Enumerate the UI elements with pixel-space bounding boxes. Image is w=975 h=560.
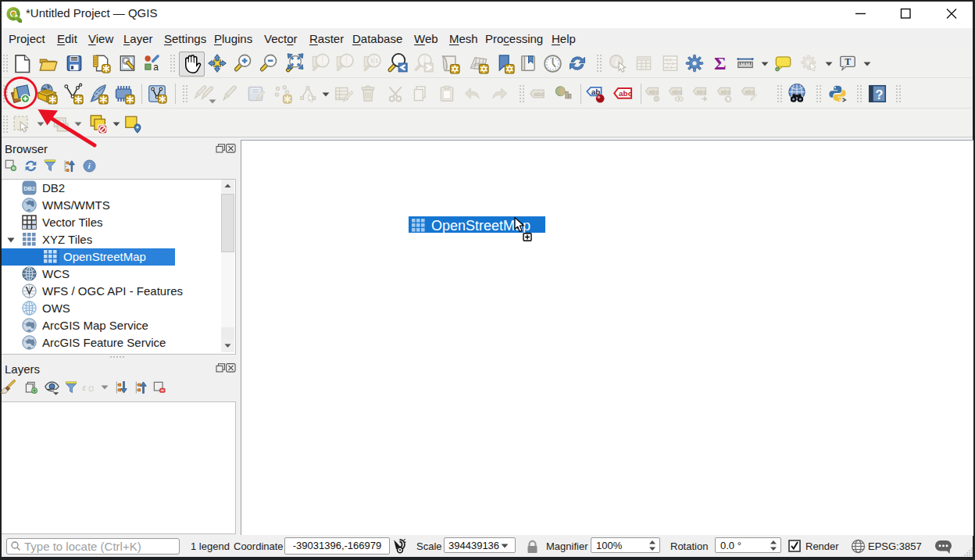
svg-text:i: i	[615, 56, 618, 67]
svg-text:?: ?	[876, 87, 884, 102]
svg-text:abc: abc	[534, 91, 545, 98]
svg-text:abc: abc	[696, 88, 706, 95]
svg-text:DB2: DB2	[23, 185, 35, 192]
svg-text:1:1: 1:1	[370, 57, 378, 64]
svg-text:Σ: Σ	[714, 53, 727, 73]
svg-text:abc: abc	[672, 88, 682, 95]
svg-text:abc: abc	[745, 88, 755, 95]
svg-text:abc: abc	[619, 89, 633, 98]
svg-text:abc: abc	[648, 88, 659, 95]
svg-text:a: a	[153, 62, 159, 73]
svg-text:abc: abc	[720, 88, 730, 95]
svg-text:ε: ε	[82, 381, 86, 392]
svg-text:T: T	[845, 56, 851, 67]
svg-text:i: i	[88, 162, 90, 170]
